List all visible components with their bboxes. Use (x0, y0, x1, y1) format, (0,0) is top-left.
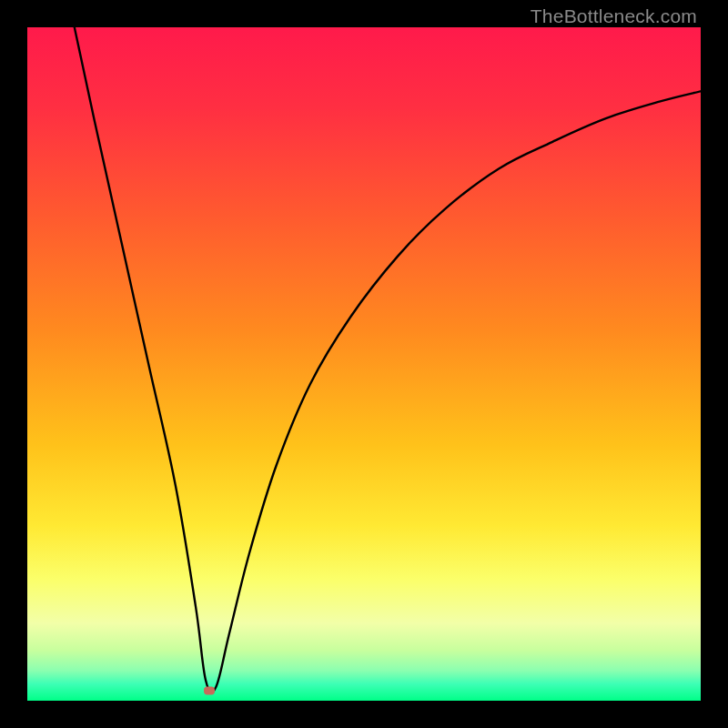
plot-area (27, 27, 701, 701)
svg-rect-0 (27, 27, 701, 701)
watermark-text: TheBottleneck.com (531, 5, 697, 27)
background-gradient (27, 27, 701, 701)
chart-frame (27, 27, 701, 701)
